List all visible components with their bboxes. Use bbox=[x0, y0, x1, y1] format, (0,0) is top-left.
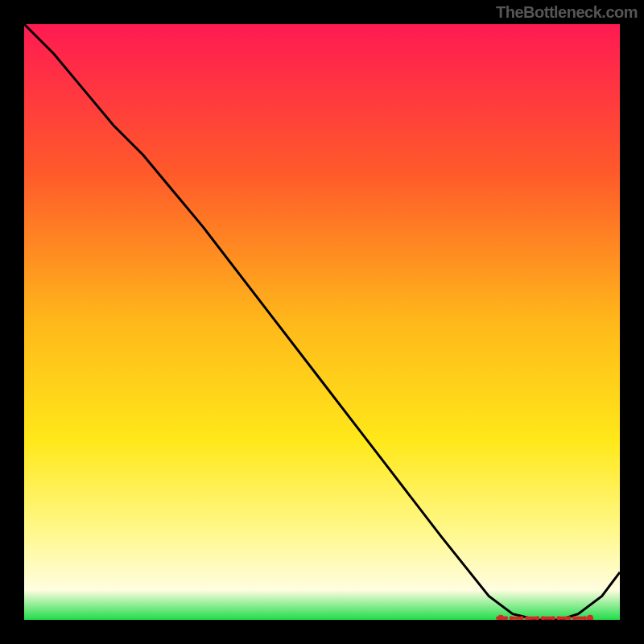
watermark-text: TheBottleneck.com bbox=[496, 3, 638, 22]
chart-svg bbox=[24, 24, 620, 620]
chart-frame: TheBottleneck.com bbox=[0, 0, 644, 644]
gradient-rect bbox=[24, 24, 620, 620]
plot-area bbox=[24, 24, 620, 620]
